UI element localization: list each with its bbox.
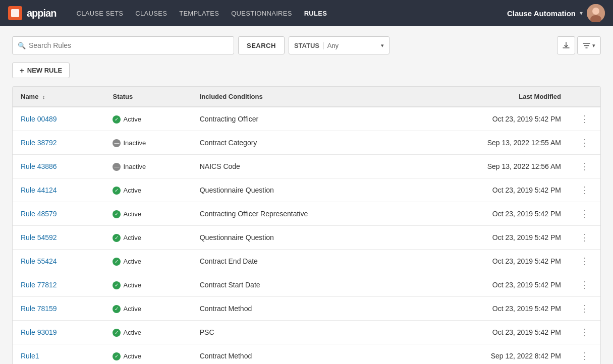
active-icon: ✓ (113, 210, 121, 218)
cell-actions: ⋮ (569, 131, 600, 155)
nav-rules[interactable]: RULES (304, 8, 327, 19)
nav-clauses[interactable]: CLAUSES (135, 8, 167, 19)
row-menu-button[interactable]: ⋮ (577, 231, 592, 244)
cell-last-modified: Oct 23, 2019 5:42 PM (411, 250, 569, 273)
row-menu-button[interactable]: ⋮ (577, 137, 592, 149)
status-text: Active (123, 210, 141, 218)
row-menu-button[interactable]: ⋮ (577, 302, 592, 315)
row-menu-button[interactable]: ⋮ (577, 160, 592, 172)
active-icon: ✓ (113, 352, 121, 360)
search-bar: 🔍 SEARCH STATUS | Any Active Inactive ▾ (12, 36, 601, 54)
status-text: Inactive (123, 163, 146, 170)
table-row: Rule 38792 — Inactive Contract Category … (13, 131, 600, 155)
cell-conditions: Contracting Officer (192, 107, 411, 131)
cell-status: ✓ Active (104, 344, 191, 365)
row-menu-button[interactable]: ⋮ (577, 350, 592, 362)
row-menu-button[interactable]: ⋮ (577, 113, 592, 125)
nav-clause-sets[interactable]: CLAUSE SETS (76, 8, 123, 19)
status-text: Active (123, 352, 141, 360)
status-text: Active (123, 329, 141, 336)
col-name: Name ↕ (13, 87, 104, 107)
cell-name[interactable]: Rule 93019 (13, 321, 104, 344)
sort-name-icon[interactable]: ↕ (42, 94, 45, 100)
cell-last-modified: Sep 13, 2022 12:56 AM (411, 155, 569, 178)
cell-name[interactable]: Rule 55424 (13, 250, 104, 273)
filter-button[interactable]: ▾ (577, 36, 601, 54)
table-row: Rule 48579 ✓ Active Contracting Officer … (13, 202, 600, 226)
active-icon: ✓ (113, 187, 121, 195)
search-icon: 🔍 (18, 42, 26, 49)
table-row: Rule 55424 ✓ Active Contract End Date Oc… (13, 250, 600, 273)
cell-name[interactable]: Rule 48579 (13, 202, 104, 226)
table-row: Rule 54592 ✓ Active Questionnaire Questi… (13, 226, 600, 250)
table-row: Rule1 ✓ Active Contract Method Sep 12, 2… (13, 344, 600, 365)
nav-questionnaires[interactable]: QUESTIONNAIRES (231, 8, 292, 19)
cell-actions: ⋮ (569, 321, 600, 344)
cell-conditions: Contract Category (192, 131, 411, 155)
row-menu-button[interactable]: ⋮ (577, 208, 592, 220)
cell-status: ✓ Active (104, 178, 191, 202)
avatar[interactable] (587, 4, 605, 22)
cell-last-modified: Sep 13, 2022 12:55 AM (411, 131, 569, 155)
table-row: Rule 93019 ✓ Active PSC Oct 23, 2019 5:4… (13, 321, 600, 344)
filter-chevron-icon: ▾ (592, 42, 595, 49)
cell-name[interactable]: Rule 54592 (13, 226, 104, 250)
status-select[interactable]: Any Active Inactive (327, 42, 378, 49)
row-menu-button[interactable]: ⋮ (577, 326, 592, 338)
cell-name[interactable]: Rule1 (13, 344, 104, 365)
row-menu-button[interactable]: ⋮ (577, 279, 592, 291)
cell-conditions: NAICS Code (192, 155, 411, 178)
cell-name[interactable]: Rule 78159 (13, 297, 104, 321)
search-button[interactable]: SEARCH (238, 36, 285, 54)
row-menu-button[interactable]: ⋮ (577, 184, 592, 196)
row-menu-button[interactable]: ⋮ (577, 255, 592, 267)
cell-actions: ⋮ (569, 178, 600, 202)
status-text: Active (123, 234, 141, 241)
cell-actions: ⋮ (569, 273, 600, 297)
top-nav: appian CLAUSE SETS CLAUSES TEMPLATES QUE… (0, 0, 613, 26)
active-icon: ✓ (113, 234, 121, 242)
app-logo[interactable]: appian (8, 6, 56, 20)
cell-conditions: Contract End Date (192, 250, 411, 273)
download-button[interactable] (557, 36, 575, 54)
active-icon: ✓ (113, 329, 121, 337)
cell-status: ✓ Active (104, 250, 191, 273)
table-row: Rule 77812 ✓ Active Contract Start Date … (13, 273, 600, 297)
col-actions (569, 87, 600, 107)
col-conditions: Included Conditions (192, 87, 411, 107)
status-label: STATUS (294, 42, 319, 49)
cell-last-modified: Oct 23, 2019 5:42 PM (411, 273, 569, 297)
cell-last-modified: Oct 23, 2019 5:42 PM (411, 178, 569, 202)
table-header-row: Name ↕ Status Included Conditions Last M… (13, 87, 600, 107)
active-icon: ✓ (113, 281, 121, 289)
cell-last-modified: Sep 12, 2022 8:42 PM (411, 344, 569, 365)
new-rule-label: NEW RULE (27, 67, 62, 74)
cell-status: ✓ Active (104, 273, 191, 297)
new-rule-button[interactable]: + NEW RULE (12, 63, 70, 78)
cell-conditions: Questionnaire Question (192, 226, 411, 250)
cell-status: — Inactive (104, 155, 191, 178)
cell-name[interactable]: Rule 44124 (13, 178, 104, 202)
status-text: Active (123, 281, 141, 289)
active-icon: ✓ (113, 115, 121, 124)
cell-name[interactable]: Rule 00489 (13, 107, 104, 131)
search-input-wrap: 🔍 (12, 36, 234, 54)
app-name-chevron-icon[interactable]: ▾ (580, 10, 583, 17)
table-row: Rule 43886 — Inactive NAICS Code Sep 13,… (13, 155, 600, 178)
col-last-modified: Last Modified (411, 87, 569, 107)
cell-actions: ⋮ (569, 344, 600, 365)
cell-status: ✓ Active (104, 297, 191, 321)
status-text: Active (123, 305, 141, 313)
search-input[interactable] (29, 41, 229, 49)
status-chevron-icon: ▾ (381, 42, 384, 49)
cell-status: ✓ Active (104, 321, 191, 344)
cell-name[interactable]: Rule 43886 (13, 155, 104, 178)
nav-templates[interactable]: TEMPLATES (179, 8, 219, 19)
main-content: 🔍 SEARCH STATUS | Any Active Inactive ▾ (0, 26, 613, 364)
cell-actions: ⋮ (569, 226, 600, 250)
cell-actions: ⋮ (569, 250, 600, 273)
cell-actions: ⋮ (569, 202, 600, 226)
cell-last-modified: Oct 23, 2019 5:42 PM (411, 321, 569, 344)
cell-name[interactable]: Rule 38792 (13, 131, 104, 155)
cell-name[interactable]: Rule 77812 (13, 273, 104, 297)
